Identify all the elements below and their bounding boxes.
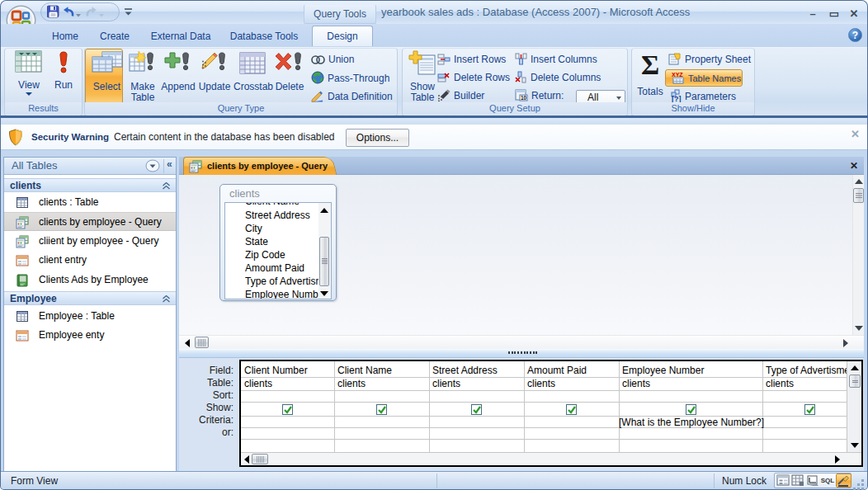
svg-text:XYZ: XYZ — [672, 72, 683, 78]
svg-text:[?]: [?] — [672, 95, 682, 102]
svg-text:10: 10 — [521, 95, 527, 101]
